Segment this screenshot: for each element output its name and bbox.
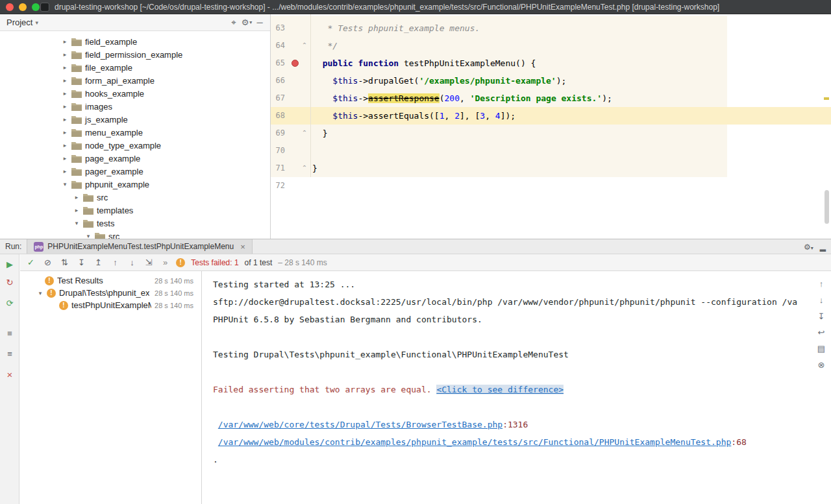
test-results-root-row[interactable]: ! Test Results 28 s 140 ms bbox=[20, 274, 201, 287]
project-settings-button[interactable]: ⚙▾ bbox=[240, 16, 253, 29]
tree-item-js-example[interactable]: ▸js_example bbox=[0, 113, 270, 126]
chevron-right-icon[interactable]: ▸ bbox=[62, 142, 68, 149]
line-number[interactable]: 64 bbox=[271, 37, 285, 54]
next-failed-test-button[interactable]: ↓ bbox=[127, 257, 138, 268]
tree-item-templates[interactable]: ▸templates bbox=[0, 204, 270, 217]
editor-scrollbar-thumb[interactable] bbox=[825, 190, 829, 224]
test-console[interactable]: Testing started at 13:25 ... sftp://dock… bbox=[202, 271, 831, 504]
console-text: . bbox=[213, 455, 218, 464]
scroll-up-button[interactable]: ↑ bbox=[815, 278, 827, 289]
tree-item-file-example[interactable]: ▸file_example bbox=[0, 61, 270, 74]
project-view-selector[interactable]: Project ▾ bbox=[4, 18, 38, 27]
rerun-failed-tests-button[interactable]: ↻ bbox=[4, 276, 16, 288]
warning-stripe-mark[interactable] bbox=[824, 97, 829, 100]
export-test-results-button[interactable]: ⇲ bbox=[143, 257, 155, 268]
test-history-button[interactable]: ≡ bbox=[4, 348, 16, 359]
collapse-all-button[interactable]: ↥ bbox=[93, 257, 104, 268]
tree-item-page-example[interactable]: ▸page_example bbox=[0, 152, 270, 165]
hide-panel-button[interactable]: ─ bbox=[253, 16, 266, 29]
scroll-down-button[interactable]: ↓ bbox=[815, 294, 827, 306]
locate-file-button[interactable]: ⌖ bbox=[227, 16, 240, 29]
close-run-window-button[interactable]: × bbox=[4, 368, 16, 380]
stacktrace-file-link[interactable]: /var/www/web/modules/contrib/examples/ph… bbox=[218, 437, 732, 447]
line-number[interactable]: 71 bbox=[271, 160, 285, 177]
chevron-right-icon[interactable]: ▸ bbox=[62, 103, 68, 110]
chevron-right-icon[interactable]: ▸ bbox=[62, 64, 68, 71]
test-failed-gutter-icon[interactable] bbox=[291, 60, 299, 67]
tree-item-field-permission-example[interactable]: ▸field_permission_example bbox=[0, 48, 270, 61]
stacktrace-file-link[interactable]: /var/www/web/core/tests/Drupal/Tests/Bro… bbox=[218, 420, 502, 429]
line-number[interactable]: 66 bbox=[271, 72, 285, 90]
scroll-to-end-button[interactable]: ↧ bbox=[815, 310, 827, 322]
chevron-right-icon[interactable]: ▸ bbox=[62, 90, 68, 97]
hide-run-window-button[interactable]: ▂ bbox=[820, 243, 826, 252]
tree-item-pager-example[interactable]: ▸pager_example bbox=[0, 165, 270, 178]
hide-icon: ─ bbox=[256, 18, 262, 27]
tree-item-node-type-example[interactable]: ▸node_type_example bbox=[0, 139, 270, 152]
line-number[interactable]: 63 bbox=[271, 19, 285, 37]
line-number[interactable]: 67 bbox=[271, 90, 285, 107]
chevron-right-icon[interactable]: ▸ bbox=[62, 168, 68, 174]
chevron-right-icon[interactable]: ▸ bbox=[62, 51, 68, 58]
see-difference-link[interactable]: <Click to see difference> bbox=[436, 385, 564, 394]
chevron-down-icon[interactable]: ▾ bbox=[85, 233, 92, 239]
soft-wrap-button[interactable]: ↩ bbox=[815, 326, 827, 338]
line-number[interactable]: 65 bbox=[271, 54, 285, 72]
print-button[interactable]: ▤ bbox=[815, 342, 827, 354]
code-area[interactable]: * Tests phpunit_example menus. */ public… bbox=[312, 19, 612, 195]
fold-marker-icon[interactable]: ⌃ bbox=[301, 164, 308, 172]
minimize-window-button[interactable] bbox=[19, 3, 27, 11]
line-number[interactable]: 70 bbox=[271, 142, 285, 160]
chevron-right-icon[interactable]: ▸ bbox=[62, 77, 68, 84]
chevron-right-icon[interactable]: ▸ bbox=[73, 207, 80, 213]
tree-item-tests-src[interactable]: ▾src bbox=[0, 230, 270, 239]
show-ignored-button[interactable]: ⊘ bbox=[42, 257, 53, 268]
clear-all-button[interactable]: ⊗ bbox=[815, 359, 827, 370]
line-number[interactable]: 69 bbox=[271, 125, 285, 142]
toolbar-overflow-chevron[interactable]: » bbox=[160, 258, 170, 267]
stop-button[interactable]: ■ bbox=[4, 327, 16, 339]
sort-by-duration-button[interactable]: ⇅ bbox=[59, 257, 70, 268]
tree-item-src[interactable]: ▸src bbox=[0, 191, 270, 204]
previous-failed-test-button[interactable]: ↑ bbox=[110, 257, 121, 268]
test-class-row[interactable]: ▾ ! Drupal\Tests\phpunit_ex 28 s 140 ms bbox=[20, 287, 201, 299]
tree-item-phpunit-example[interactable]: ▾phpunit_example bbox=[0, 178, 270, 191]
stacktrace-line-number[interactable]: :1316 bbox=[502, 420, 528, 429]
code-editor[interactable]: 63 64 65 66 67 68 69 70 71 72 ⌃ ⌃ ⌃ * Te… bbox=[271, 14, 831, 239]
code-line-68: $this->assertEquals([1, 2], [3, 4]); bbox=[312, 107, 612, 125]
tree-item-field-example[interactable]: ▸field_example bbox=[0, 35, 270, 48]
close-window-button[interactable] bbox=[6, 3, 14, 11]
show-passed-button[interactable]: ✓ bbox=[25, 257, 36, 268]
rerun-test-button[interactable]: ▶ bbox=[4, 258, 16, 270]
chevron-right-icon[interactable]: ▸ bbox=[62, 38, 68, 45]
tree-item-images[interactable]: ▸images bbox=[0, 100, 270, 113]
tree-item-tests[interactable]: ▾tests bbox=[0, 217, 270, 230]
folder-icon bbox=[71, 128, 82, 137]
expand-all-button[interactable]: ↧ bbox=[76, 257, 87, 268]
editor-gutter[interactable]: 63 64 65 66 67 68 69 70 71 72 bbox=[271, 19, 285, 195]
chevron-right-icon[interactable]: ▸ bbox=[62, 155, 68, 162]
line-number[interactable]: 68 bbox=[271, 107, 285, 125]
stacktrace-line-number[interactable]: :68 bbox=[731, 437, 746, 447]
fold-marker-icon[interactable]: ⌃ bbox=[301, 129, 308, 137]
code-text: ->assertEquals([ bbox=[358, 111, 439, 121]
zoom-window-button[interactable] bbox=[32, 3, 40, 11]
chevron-right-icon[interactable]: ▸ bbox=[73, 194, 80, 200]
tree-item-menu-example[interactable]: ▸menu_example bbox=[0, 126, 270, 139]
chevron-right-icon[interactable]: ▸ bbox=[62, 129, 68, 136]
line-number[interactable]: 72 bbox=[271, 177, 285, 195]
tree-item-form-api-example[interactable]: ▸form_api_example bbox=[0, 74, 270, 87]
run-tab[interactable]: php PHPUnitExampleMenuTest.testPhpUnitEx… bbox=[27, 239, 252, 254]
tree-item-label: templates bbox=[97, 206, 133, 215]
run-settings-button[interactable]: ⚙▾ bbox=[804, 243, 813, 252]
fold-marker-icon[interactable]: ⌃ bbox=[301, 42, 308, 49]
chevron-down-icon[interactable]: ▾ bbox=[37, 290, 43, 296]
chevron-right-icon[interactable]: ▸ bbox=[62, 116, 68, 123]
tree-item-hooks-example[interactable]: ▸hooks_example bbox=[0, 87, 270, 100]
chevron-down-icon[interactable]: ▾ bbox=[62, 181, 68, 187]
toggle-auto-test-button[interactable]: ⟳ bbox=[4, 297, 16, 309]
code-text: , bbox=[460, 93, 470, 103]
chevron-down-icon[interactable]: ▾ bbox=[73, 220, 80, 226]
test-method-row[interactable]: ! testPhpUnitExampleM 28 s 140 ms bbox=[20, 299, 201, 311]
close-tab-icon[interactable]: × bbox=[240, 242, 245, 252]
